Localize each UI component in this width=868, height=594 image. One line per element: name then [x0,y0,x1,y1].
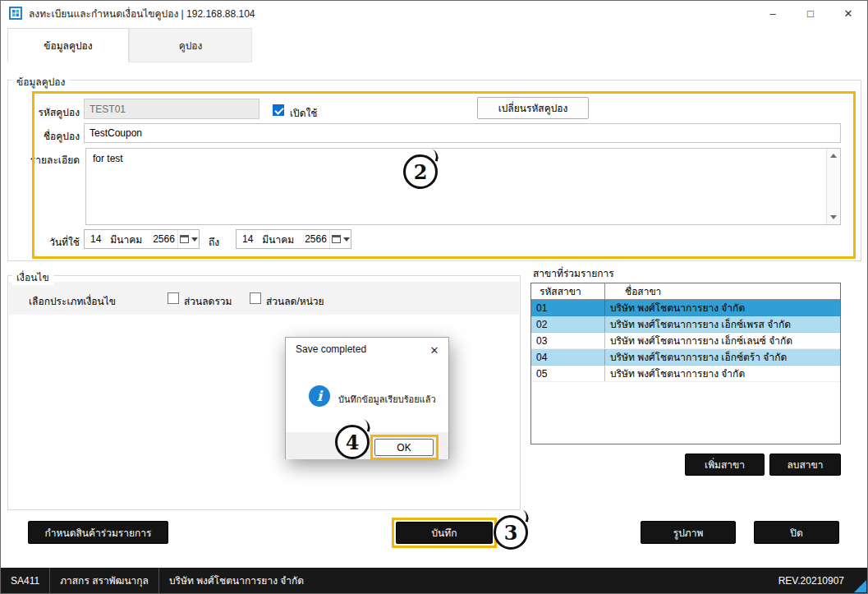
tab-coupon[interactable]: คูปอง [129,28,252,62]
statusbar-app-code: SA411 [1,575,49,587]
chevron-down-icon [191,237,198,242]
coupon-info-group-title: ข้อมูลคูปอง [12,74,69,90]
table-row[interactable]: 04 บริษัท พงศ์โชตนาการยาง เอ็กซ์ตร้า จำก… [531,349,840,366]
close-form-button[interactable]: ปิด [754,521,839,544]
table-row[interactable]: 05 บริษัท พงศ์โชตนาการยาง จำกัด [531,366,840,382]
coupon-name-label: ชื่อคูปอง [16,128,80,144]
change-code-button[interactable]: เปลี่ยนรหัสคูปอง [477,97,589,119]
annotation-step-4: 4 [335,425,370,459]
save-button-label: บันทึก [432,525,457,541]
detail-textarea[interactable]: for test [85,148,841,225]
calendar-icon [180,235,189,243]
maximize-button[interactable]: □ [792,1,829,25]
set-products-button[interactable]: กำหนดสินค้าร่วมรายการ [28,521,168,544]
detail-label: รายละเอียด [16,152,80,168]
annotation-step-3: 3 [494,515,528,550]
statusbar: SA411 ภาสกร สราพัฒนากุล บริษัท พงศ์โชตนา… [1,568,867,593]
window-controls: – □ ✕ [754,1,867,25]
calendar-icon [332,235,341,243]
date-from-month: มีนาคม [110,232,142,247]
branch-code: 03 [531,333,605,348]
statusbar-user: ภาสกร สราพัฒนากุล [50,573,158,588]
conditions-group-title: เงื่อนไข [12,269,53,285]
date-from-day: 14 [90,233,101,245]
delete-branch-button[interactable]: ลบสาขา [769,454,841,476]
dialog-close-button[interactable]: ✕ [425,341,443,359]
coupon-code-input[interactable] [84,99,259,119]
branch-code: 04 [531,349,605,365]
tab-coupon-info-label: ข้อมูลคูปอง [44,38,92,53]
tab-coupon-info[interactable]: ข้อมูลคูปอง [7,28,129,62]
minimize-button[interactable]: – [754,1,792,25]
close-button[interactable]: ✕ [829,1,867,25]
annotation-step-2: 2 [403,154,438,189]
branches-group-title: สาขาที่ร่วมรายการ [533,265,614,281]
info-icon [309,385,330,407]
branch-code: 02 [531,316,605,332]
coupon-name-input[interactable] [84,123,841,143]
discount-per-unit-label: ส่วนลด/หน่วย [266,293,324,309]
date-to-picker[interactable]: 14 มีนาคม 2566 [236,229,351,249]
branch-name: บริษัท พงศ์โชตนาการยาง จำกัด [605,300,840,315]
set-products-button-label: กำหนดสินค้าร่วมรายการ [45,525,152,541]
dialog-title: Save completed [296,343,366,355]
table-row[interactable]: 03 บริษัท พงศ์โชตนาการยาง เอ็กซ์เลนซ์ จำ… [531,333,840,349]
discount-total-checkbox[interactable] [168,292,179,304]
branch-code: 01 [531,300,605,315]
discount-total-label: ส่วนลดรวม [184,293,232,309]
image-button-label: รูปภาพ [673,525,704,541]
close-form-button-label: ปิด [790,525,802,541]
change-code-button-label: เปลี่ยนรหัสคูปอง [498,100,568,116]
statusbar-company: บริษัท พงศ์โชตนาการยาง จำกัด [159,573,314,588]
coupon-code-label: รหัสคูปอง [16,104,80,120]
table-row[interactable]: 01 บริษัท พงศ์โชตนาการยาง จำกัด [531,300,840,316]
save-button[interactable]: บันทึก [396,522,493,544]
branch-name: บริษัท พงศ์โชตนาการยาง เอ็กซ์เพรส จำกัด [605,316,840,332]
table-header: รหัสสาขา ชื่อสาขา [531,283,840,300]
branch-code: 05 [531,366,605,381]
column-header-code[interactable]: รหัสสาขา [531,283,605,299]
ok-button-label: OK [397,442,411,454]
enabled-checkbox[interactable] [273,104,284,116]
resize-grip[interactable] [854,580,866,592]
ok-button[interactable]: OK [374,439,434,456]
add-branch-button-label: เพิ่มสาขา [705,457,745,472]
delete-branch-button-label: ลบสาขา [788,457,824,472]
detail-scrollbar[interactable] [826,149,840,224]
image-button[interactable]: รูปภาพ [641,521,736,544]
date-to-dropdown[interactable] [329,230,351,248]
dialog-message: บันทึกข้อมูลเรียบร้อยแล้ว [338,392,436,407]
date-to-month: มีนาคม [262,232,294,247]
column-header-name[interactable]: ชื่อสาขา [605,283,840,299]
branch-name: บริษัท พงศ์โชตนาการยาง เอ็กซ์เลนซ์ จำกัด [605,333,840,348]
select-type-label: เลือกประเภทเงื่อนไข [29,293,116,309]
date-from-year: 2566 [153,233,175,245]
chevron-down-icon [343,237,350,242]
branches-table: รหัสสาขา ชื่อสาขา 01 บริษัท พงศ์โชตนาการ… [530,283,841,444]
date-to-day: 14 [242,233,253,245]
branch-name: บริษัท พงศ์โชตนาการยาง จำกัด [605,366,840,381]
scroll-down-icon[interactable] [830,215,837,219]
tab-coupon-label: คูปอง [179,38,203,53]
statusbar-revision: REV.20210907 [769,575,867,587]
date-label: วันที่ใช้ [16,234,80,250]
scroll-up-icon[interactable] [830,154,837,158]
table-row[interactable]: 02 บริษัท พงศ์โชตนาการยาง เอ็กซ์เพรส จำก… [531,316,840,333]
detail-text: for test [93,153,123,164]
window-title: ลงทะเบียนและกำหนดเงื่อนไขคูปอง | 192.168… [29,6,255,21]
save-completed-dialog: Save completed ✕ บันทึกข้อมูลเรียบร้อยแล… [285,337,449,459]
titlebar: ลงทะเบียนและกำหนดเงื่อนไขคูปอง | 192.168… [1,1,867,25]
discount-per-unit-checkbox[interactable] [250,292,261,304]
branch-name: บริษัท พงศ์โชตนาการยาง เอ็กซ์ตร้า จำกัด [605,349,840,365]
date-from-picker[interactable]: 14 มีนาคม 2566 [84,229,200,249]
enabled-label: เปิดใช้ [290,105,318,121]
date-to-label: ถึง [209,234,219,250]
date-from-dropdown[interactable] [177,230,199,248]
app-icon [9,7,22,20]
add-branch-button[interactable]: เพิ่มสาขา [685,454,765,476]
app-window: ลงทะเบียนและกำหนดเงื่อนไขคูปอง | 192.168… [0,0,868,594]
date-to-year: 2566 [305,233,327,245]
